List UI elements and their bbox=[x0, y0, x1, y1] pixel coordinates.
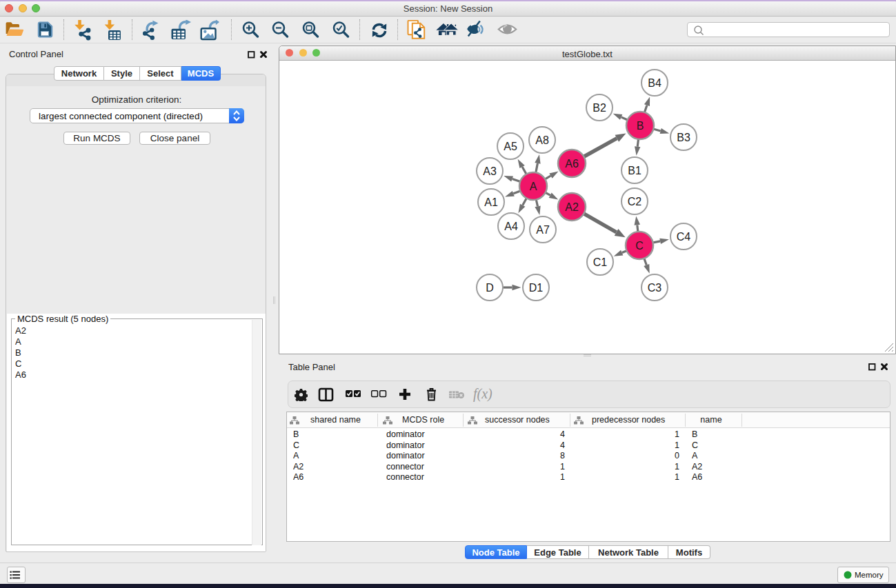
svg-text:A7: A7 bbox=[536, 224, 550, 236]
svg-text:A6: A6 bbox=[565, 158, 579, 170]
svg-text:A3: A3 bbox=[483, 165, 497, 177]
svg-text:B4: B4 bbox=[648, 77, 661, 89]
svg-text:C2: C2 bbox=[628, 196, 642, 207]
svg-text:A8: A8 bbox=[535, 134, 549, 146]
svg-text:A2: A2 bbox=[565, 201, 579, 213]
svg-text:D1: D1 bbox=[529, 282, 544, 294]
svg-text:C4: C4 bbox=[677, 231, 691, 243]
svg-text:B2: B2 bbox=[593, 102, 606, 114]
svg-text:C1: C1 bbox=[593, 256, 608, 268]
svg-text:C3: C3 bbox=[648, 282, 662, 294]
svg-text:A4: A4 bbox=[504, 221, 518, 232]
svg-text:D: D bbox=[486, 282, 494, 294]
svg-text:A5: A5 bbox=[504, 141, 517, 152]
svg-text:A: A bbox=[530, 181, 537, 192]
svg-text:C: C bbox=[635, 240, 644, 252]
svg-text:Memory: Memory bbox=[855, 571, 884, 579]
svg-text:A1: A1 bbox=[484, 196, 498, 208]
svg-text:B: B bbox=[637, 120, 644, 132]
svg-text:B3: B3 bbox=[677, 132, 690, 143]
svg-text:B1: B1 bbox=[628, 165, 641, 176]
